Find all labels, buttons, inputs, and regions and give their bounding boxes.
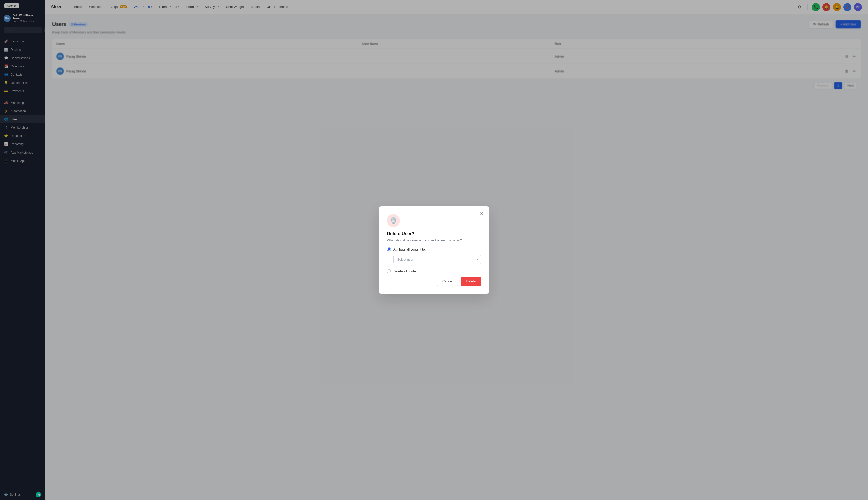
modal-footer: Cancel Delete [387,277,481,286]
trash-icon: 🗑️ [390,217,397,224]
attribute-radio[interactable] [387,247,391,251]
modal-icon: 🗑️ [387,214,400,227]
select-user-dropdown[interactable]: Select user [393,255,481,264]
modal-subtitle: What should be done with content owned b… [387,238,481,242]
delete-button[interactable]: Delete [461,277,481,286]
delete-user-modal: ✕ 🗑️ Delete User? What should be done wi… [379,206,489,294]
attribute-label: Attribute all content to: [393,248,426,251]
modal-title: Delete User? [387,231,481,236]
modal-close-button[interactable]: ✕ [478,210,485,217]
delete-all-label: Delete all content [393,269,418,273]
attribute-option: Attribute all content to: [387,247,481,251]
user-select-wrap: Select user ▾ [393,255,481,264]
modal-overlay: ✕ 🗑️ Delete User? What should be done wi… [0,0,868,500]
delete-all-radio[interactable] [387,269,391,273]
cancel-button[interactable]: Cancel [437,277,458,286]
delete-all-option: Delete all content [387,269,481,273]
